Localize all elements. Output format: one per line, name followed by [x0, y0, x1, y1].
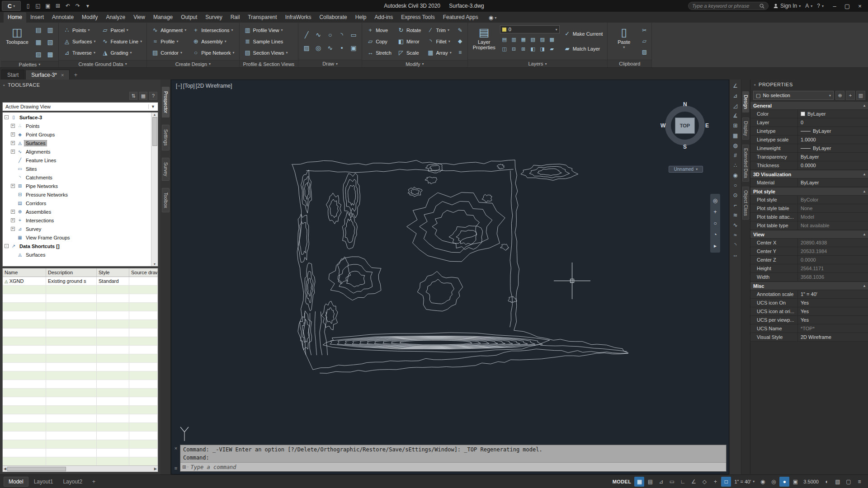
minimize-button[interactable]: – — [828, 1, 841, 11]
property-value-material[interactable]: ByLayer — [797, 178, 868, 187]
command-close-icon[interactable]: × — [175, 446, 177, 451]
cut-icon[interactable]: ✂ — [640, 25, 649, 35]
property-value-color[interactable]: ByLayer — [797, 110, 868, 118]
blocks-palette-icon[interactable]: ▦ — [33, 36, 44, 47]
tree-item-points[interactable]: +∴Points — [3, 122, 151, 130]
circle-icon[interactable]: ○ — [325, 28, 335, 41]
column-header-source-drawin[interactable]: Source drawin — [129, 268, 158, 277]
layout-tab-model[interactable]: Model — [4, 477, 28, 487]
infocenter-search[interactable] — [688, 2, 769, 10]
property-value-linetype-scale[interactable]: 1.0000 — [797, 136, 868, 144]
panel-label-layers[interactable]: Layers▾ — [468, 60, 608, 67]
clean-screen-icon[interactable]: ▢ — [844, 477, 854, 487]
region-icon[interactable]: ▣ — [348, 42, 359, 54]
search-input[interactable] — [692, 3, 757, 9]
isolate-objects-icon[interactable]: ◐ — [822, 477, 832, 487]
point-name-icon[interactable]: ∴ — [731, 161, 740, 170]
full-navigation-wheel-icon[interactable]: ◎ — [713, 197, 717, 204]
station-offset-icon[interactable]: ⌐ — [731, 201, 740, 210]
table-horizontal-scrollbar[interactable]: ◀ ▶ — [3, 465, 158, 472]
tree-item-surfaces[interactable]: +◬Surfaces — [3, 139, 151, 147]
panel-label-clipboard[interactable]: Clipboard — [608, 60, 651, 67]
expand-icon[interactable]: + — [11, 184, 15, 188]
pan-icon[interactable]: + — [713, 209, 717, 215]
snap-icon[interactable]: ▤ — [645, 477, 655, 487]
profile-grade-length-icon[interactable]: ≈ — [731, 230, 740, 239]
scroll-right-icon[interactable]: ▶ — [154, 467, 157, 471]
tree-item-view-frame-groups[interactable]: ▦View Frame Groups — [3, 233, 151, 242]
property-value-ucs-icon-on[interactable]: Yes — [797, 299, 868, 307]
scroll-thumb[interactable] — [7, 467, 66, 471]
customization-icon[interactable]: ≡ — [854, 477, 864, 487]
hatch-icon[interactable]: ▨ — [301, 42, 312, 54]
profile-view-button[interactable]: ▥Profile View▾ — [242, 24, 290, 36]
annotation-visibility-icon[interactable]: ◉ — [758, 477, 768, 487]
viewport-menu-button[interactable]: [−] — [176, 83, 182, 89]
toolspace-preview-icon[interactable]: ▦ — [139, 92, 147, 100]
tree-item-surfaces[interactable]: ◬Surfaces — [3, 250, 151, 259]
polar-tracking-icon[interactable]: ∠ — [689, 477, 698, 487]
showmotion-icon[interactable]: ▸ — [714, 243, 717, 249]
tool-palettes-icon[interactable]: ▤ — [33, 24, 44, 35]
tree-item-intersections[interactable]: ++Intersections — [3, 216, 151, 225]
ribbon-tab-transparent[interactable]: Transparent — [244, 12, 281, 23]
viewcube-top-face[interactable]: TOP — [675, 117, 695, 134]
tree-item-data-shortcuts[interactable]: -↗Data Shortcuts [] — [3, 242, 151, 250]
make-current-button[interactable]: ✓Make Current — [562, 28, 605, 39]
ribbon-tab-add-ins[interactable]: Add-ins — [370, 12, 397, 23]
layer-select[interactable]: 0▾ — [500, 25, 560, 33]
help-button[interactable]: ?▾ — [817, 3, 824, 9]
tree-item-catchments[interactable]: ◝Catchments — [3, 173, 151, 182]
count-palette-icon[interactable]: ▧ — [45, 36, 56, 47]
grid-icon[interactable]: ▦ — [634, 477, 644, 487]
fillet-button[interactable]: ◝Fillet▾ — [425, 36, 453, 47]
side-shot-icon[interactable]: ⊙ — [731, 191, 740, 200]
layer-tool-icon-1[interactable]: ▤ — [500, 35, 509, 44]
layer-tool-icon-5[interactable]: ▨ — [538, 35, 547, 44]
mirror-button[interactable]: ◧Mirror — [396, 36, 423, 47]
scroll-thumb[interactable] — [152, 117, 157, 146]
match-radius-icon[interactable]: ◝ — [731, 240, 740, 249]
alignment-button[interactable]: ∿Alignment▾ — [150, 24, 188, 36]
ribbon-tab-insert[interactable]: Insert — [26, 12, 48, 23]
ribbon-display-toggle[interactable]: ◉▾ — [489, 14, 497, 23]
new-layout-button[interactable]: + — [88, 477, 100, 486]
selection-type-select[interactable]: ▢ No selection ▾ — [753, 91, 834, 100]
erase-icon[interactable]: ✎ — [456, 25, 465, 35]
panel-label-draw[interactable]: Draw▾ — [298, 60, 362, 67]
tree-item-point-groups[interactable]: +◈Point Groups — [3, 130, 151, 139]
panel-label-create-ground-data[interactable]: Create Ground Data▾ — [59, 60, 146, 67]
property-value-annotation-scale[interactable]: 1" = 40' — [797, 290, 868, 298]
northing-easting-icon[interactable]: ⊞ — [731, 121, 740, 130]
azimuth-distance-icon[interactable]: ◿ — [731, 101, 740, 110]
copy-button[interactable]: ▱Copy — [365, 36, 393, 47]
tree-item-survey[interactable]: +⊿Survey — [3, 225, 151, 233]
elevation-value[interactable]: 3.5000 — [801, 479, 821, 484]
layout-tab-layout1[interactable]: Layout1 — [29, 477, 58, 486]
rectangle-icon[interactable]: ▭ — [348, 28, 359, 41]
layout-tab-layout2[interactable]: Layout2 — [58, 477, 87, 486]
property-value-ucs-per-viewp[interactable]: Yes — [797, 316, 868, 324]
zoom-icon[interactable]: ○ — [713, 220, 717, 226]
scroll-left-icon[interactable]: ◀ — [4, 467, 6, 471]
panel-label-modify[interactable]: Modify▾ — [362, 60, 467, 67]
ribbon-tab-manage[interactable]: Manage — [149, 12, 177, 23]
property-value-width[interactable]: 3568.1036 — [797, 273, 868, 281]
tree-item-surface-3[interactable]: -▯Surface-3 — [3, 113, 151, 122]
property-value-lineweight[interactable]: ByLayer — [797, 144, 868, 152]
command-input[interactable] — [190, 464, 724, 470]
orbit-icon[interactable]: ◔ — [713, 231, 717, 238]
compass-west-label[interactable]: W — [660, 122, 665, 129]
annotation-scale-control[interactable]: 1" = 40'▾ — [732, 479, 757, 484]
viewcube-ucs-menu[interactable]: Unnamed ▾ — [669, 166, 703, 173]
recent-commands-button[interactable]: ⊞▾ — [182, 465, 189, 469]
pick-add-icon[interactable]: ⊕ — [835, 91, 844, 100]
ribbon-tab-home[interactable]: Home — [4, 12, 26, 23]
ribbon-tab-express-tools[interactable]: Express Tools — [397, 12, 439, 23]
section-header-view[interactable]: View▴ — [750, 230, 868, 239]
expand-icon[interactable]: + — [11, 132, 15, 136]
qat-dropdown-icon[interactable]: ▾ — [83, 1, 92, 10]
compass-north-label[interactable]: N — [683, 101, 687, 108]
quick-select-icon[interactable]: ▥ — [856, 91, 865, 100]
ribbon-tab-collaborate[interactable]: Collaborate — [315, 12, 351, 23]
